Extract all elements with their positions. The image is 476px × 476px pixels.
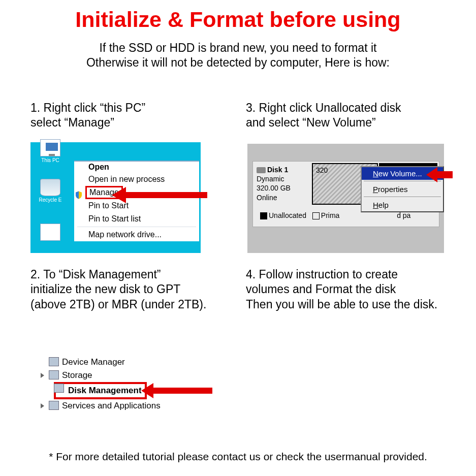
legend-unallocated: Unallocated bbox=[269, 211, 306, 219]
legend-swatch-primary bbox=[312, 212, 320, 219]
device-manager-icon bbox=[49, 357, 59, 366]
tree-disk-management[interactable]: Disk Management bbox=[30, 382, 201, 399]
disk-name: Disk 1 bbox=[267, 166, 288, 174]
desktop-icon-thispc[interactable]: This PC bbox=[35, 139, 66, 163]
footnote: * For more detailed tutorial please cont… bbox=[0, 451, 476, 463]
menu-open[interactable]: Open bbox=[74, 162, 199, 173]
desktop-icon-recycle-label: Recycle E bbox=[35, 197, 66, 203]
subtitle-line1: If the SSD or HDD is brand new, you need… bbox=[100, 41, 377, 54]
tree-disk-management-label: Disk Management bbox=[54, 382, 147, 399]
step1-text: 1. Right click “this PC” select “Manage” bbox=[30, 101, 218, 131]
partition-size-text: 320 bbox=[316, 166, 328, 174]
menu-map-network-drive[interactable]: Map network drive... bbox=[74, 228, 199, 241]
menu-sep1 bbox=[364, 181, 441, 182]
services-icon bbox=[49, 401, 59, 410]
recycle-bin-icon bbox=[40, 179, 60, 196]
tree-storage[interactable]: Storage bbox=[30, 369, 201, 382]
legend-tail-text: d pa bbox=[397, 211, 410, 219]
disk-size: 320.00 GB bbox=[257, 183, 307, 193]
tree-storage-label: Storage bbox=[62, 370, 92, 380]
disk-type: Dynamic bbox=[257, 174, 307, 183]
menu-pin-start-list[interactable]: Pin to Start list bbox=[74, 212, 199, 226]
menu-sep2 bbox=[364, 197, 441, 198]
step2-line2: initialize the new disk to GPT bbox=[30, 282, 180, 296]
desktop-icon-generic[interactable] bbox=[35, 224, 66, 242]
menu-properties[interactable]: Properties bbox=[362, 183, 443, 196]
step4-text: 4. Follow instruction to create volumes … bbox=[246, 267, 464, 312]
context-menu-volume: NNew Volume...ew Volume... Properties He… bbox=[361, 166, 444, 212]
step3-line1: 3. Right click Unallocated disk bbox=[246, 101, 401, 114]
expand-icon[interactable] bbox=[41, 373, 44, 378]
menu-manage-highlight: Manage bbox=[85, 186, 123, 199]
step3-line2: and select “New Volume” bbox=[246, 116, 376, 129]
step1-line1: 1. Right click “this PC” bbox=[30, 101, 145, 114]
subtitle-line2: Otherwise it will not be detected by com… bbox=[86, 56, 390, 69]
step2-line3: (above 2TB) or MBR (under 2TB). bbox=[30, 298, 206, 311]
pc-icon bbox=[40, 139, 60, 156]
tree-services-label: Services and Applications bbox=[62, 401, 161, 410]
screenshot-diskmgmt-newvolume: Disk 1 Dynamic 320.00 GB Online 320 Unal… bbox=[246, 142, 444, 253]
menu-open-new-process[interactable]: Open in new process bbox=[74, 173, 199, 186]
expand-icon[interactable] bbox=[41, 403, 44, 408]
disk-icon bbox=[257, 167, 266, 173]
tree-device-manager-label: Device Manager bbox=[62, 357, 125, 367]
disk-state: Online bbox=[257, 193, 307, 202]
context-menu: Open Open in new process Manage Pin to S… bbox=[74, 161, 199, 241]
legend: Unallocated Prima d pa bbox=[256, 211, 339, 219]
tree-device-manager[interactable]: Device Manager bbox=[30, 356, 201, 369]
subtitle: If the SSD or HDD is brand new, you need… bbox=[0, 41, 476, 70]
main-title: Initialize & Format before using bbox=[0, 7, 476, 32]
step4-line1: 4. Follow instruction to create bbox=[246, 268, 398, 281]
desktop-icon-recyclebin[interactable]: Recycle E bbox=[35, 179, 66, 203]
menu-pin-start[interactable]: Pin to Start bbox=[74, 199, 199, 212]
storage-icon bbox=[49, 370, 59, 379]
menu-manage[interactable]: Manage bbox=[74, 186, 199, 199]
screenshot-thispc-menu: This PC Recycle E Open Open in new proce… bbox=[30, 142, 201, 253]
disk-info-box[interactable]: Disk 1 Dynamic 320.00 GB Online bbox=[255, 163, 309, 204]
step1-line2: select “Manage” bbox=[30, 116, 114, 129]
shield-icon bbox=[74, 191, 83, 200]
screenshot-computer-management-tree: Device Manager Storage Disk Management S… bbox=[30, 353, 201, 424]
legend-swatch-unallocated bbox=[260, 212, 267, 219]
disk-management-icon bbox=[54, 384, 64, 393]
tree-services-applications[interactable]: Services and Applications bbox=[30, 399, 201, 412]
menu-new-volume[interactable]: NNew Volume...ew Volume... bbox=[362, 167, 443, 180]
step2-line1: 2. To “Disk Management” bbox=[30, 268, 161, 281]
step2-text: 2. To “Disk Management” initialize the n… bbox=[30, 267, 234, 312]
generic-icon bbox=[40, 224, 60, 241]
step3-text: 3. Right click Unallocated disk and sele… bbox=[246, 101, 459, 131]
desktop-icon-thispc-label: This PC bbox=[35, 157, 66, 163]
legend-primary: Prima bbox=[321, 211, 340, 219]
step4-line2: volumes and Format the disk bbox=[246, 282, 396, 296]
menu-separator bbox=[77, 227, 196, 227]
menu-help[interactable]: Help bbox=[362, 199, 443, 211]
step4-line3: Then you will be able to use the disk. bbox=[246, 298, 437, 311]
